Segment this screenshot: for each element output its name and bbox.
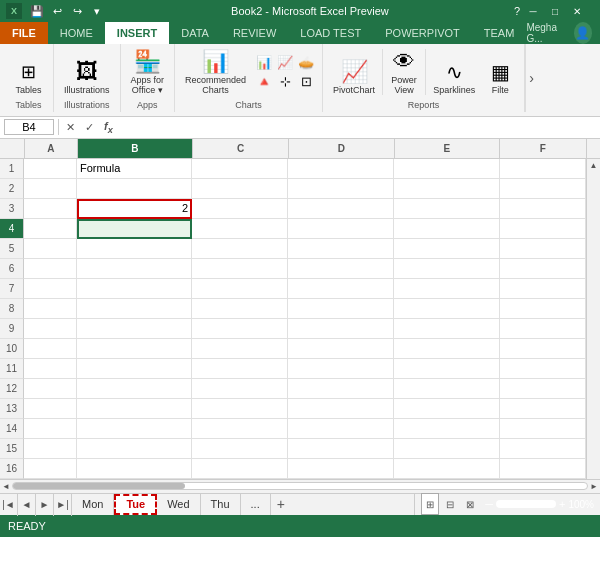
tab-home[interactable]: HOME [48, 22, 105, 44]
cell-b12[interactable] [77, 379, 192, 399]
cell-f4[interactable] [500, 219, 586, 239]
cell-a9[interactable] [24, 319, 77, 339]
cell-d5[interactable] [288, 239, 394, 259]
tab-powerpivot[interactable]: POWERPIVOT [373, 22, 472, 44]
cell-d3[interactable] [288, 199, 394, 219]
zoom-minus-btn[interactable]: ─ [485, 498, 493, 510]
cell-f12[interactable] [500, 379, 586, 399]
cell-f2[interactable] [500, 179, 586, 199]
cell-c2[interactable] [192, 179, 288, 199]
cell-e4[interactable] [394, 219, 500, 239]
cell-b5[interactable] [77, 239, 192, 259]
cell-e6[interactable] [394, 259, 500, 279]
power-view-button[interactable]: 👁 Power View [386, 46, 422, 98]
scroll-left-btn[interactable]: ◄ [2, 482, 10, 491]
cell-d7[interactable] [288, 279, 394, 299]
cell-a15[interactable] [24, 439, 77, 459]
cell-b13[interactable] [77, 399, 192, 419]
cell-f9[interactable] [500, 319, 586, 339]
bar-chart-icon[interactable]: 📊 [254, 53, 274, 71]
cell-e14[interactable] [394, 419, 500, 439]
zoom-plus-btn[interactable]: + [559, 498, 565, 510]
sheet-tab-tue[interactable]: Tue [114, 494, 157, 515]
maximize-button[interactable]: □ [546, 2, 564, 20]
cell-f14[interactable] [500, 419, 586, 439]
formula-input[interactable] [120, 120, 596, 134]
cell-b15[interactable] [77, 439, 192, 459]
horizontal-scrollbar[interactable]: ◄ ► [0, 479, 600, 493]
cell-a6[interactable] [24, 259, 77, 279]
area-chart-icon[interactable]: 🔺 [254, 72, 274, 90]
more-qat-button[interactable]: ▾ [88, 2, 106, 20]
scroll-up-btn[interactable]: ▲ [590, 161, 598, 170]
cell-d12[interactable] [288, 379, 394, 399]
cell-c10[interactable] [192, 339, 288, 359]
cell-e10[interactable] [394, 339, 500, 359]
cell-f16[interactable] [500, 459, 586, 479]
cell-e9[interactable] [394, 319, 500, 339]
save-button[interactable]: 💾 [28, 2, 46, 20]
cell-b7[interactable] [77, 279, 192, 299]
add-sheet-button[interactable]: + [271, 494, 291, 515]
col-header-c[interactable]: C [193, 139, 289, 159]
cell-a14[interactable] [24, 419, 77, 439]
cell-c16[interactable] [192, 459, 288, 479]
cell-a2[interactable] [24, 179, 77, 199]
tables-button[interactable]: ⊞ Tables [11, 56, 47, 98]
cell-a12[interactable] [24, 379, 77, 399]
cell-c15[interactable] [192, 439, 288, 459]
sparklines-button[interactable]: ∿ Sparklines [429, 56, 479, 98]
other-chart-icon[interactable]: ⊡ [296, 72, 316, 90]
sheet-tab-mon[interactable]: Mon [72, 494, 114, 515]
col-header-d[interactable]: D [289, 139, 395, 159]
user-avatar[interactable]: 👤 [574, 22, 592, 44]
cell-e13[interactable] [394, 399, 500, 419]
tab-file[interactable]: FILE [0, 22, 48, 44]
cell-f5[interactable] [500, 239, 586, 259]
cell-f7[interactable] [500, 279, 586, 299]
cell-c5[interactable] [192, 239, 288, 259]
tab-data[interactable]: DATA [169, 22, 221, 44]
cell-b11[interactable] [77, 359, 192, 379]
ribbon-scroll-right[interactable]: › [525, 44, 537, 112]
pie-chart-icon[interactable]: 🥧 [296, 53, 316, 71]
sheet-nav-first[interactable]: |◄ [0, 494, 18, 516]
illustrations-button[interactable]: 🖼 Illustrations [60, 56, 114, 98]
tab-review[interactable]: REVIEW [221, 22, 288, 44]
cell-a7[interactable] [24, 279, 77, 299]
cell-a3[interactable] [24, 199, 77, 219]
cell-e2[interactable] [394, 179, 500, 199]
cell-c6[interactable] [192, 259, 288, 279]
sheet-tab-wed[interactable]: Wed [157, 494, 200, 515]
cell-d4[interactable] [288, 219, 394, 239]
cell-c14[interactable] [192, 419, 288, 439]
cell-a16[interactable] [24, 459, 77, 479]
cell-c13[interactable] [192, 399, 288, 419]
cell-c7[interactable] [192, 279, 288, 299]
pivot-chart-button[interactable]: 📈 PivotChart [329, 56, 379, 98]
cell-f13[interactable] [500, 399, 586, 419]
cell-a11[interactable] [24, 359, 77, 379]
cell-c4[interactable] [192, 219, 288, 239]
cell-e16[interactable] [394, 459, 500, 479]
cell-b16[interactable] [77, 459, 192, 479]
cell-c1[interactable] [192, 159, 288, 179]
cell-b4[interactable] [77, 219, 192, 239]
cell-a5[interactable] [24, 239, 77, 259]
sheet-tab-more[interactable]: ... [241, 494, 271, 515]
cell-b10[interactable] [77, 339, 192, 359]
cell-d6[interactable] [288, 259, 394, 279]
cell-e12[interactable] [394, 379, 500, 399]
cell-a8[interactable] [24, 299, 77, 319]
cell-a10[interactable] [24, 339, 77, 359]
cell-d14[interactable] [288, 419, 394, 439]
cell-c11[interactable] [192, 359, 288, 379]
close-button[interactable]: ✕ [568, 2, 586, 20]
cell-f6[interactable] [500, 259, 586, 279]
cell-c12[interactable] [192, 379, 288, 399]
tab-load-test[interactable]: LOAD TEST [288, 22, 373, 44]
cell-reference-box[interactable] [4, 119, 54, 135]
cell-f8[interactable] [500, 299, 586, 319]
apps-for-office-button[interactable]: 🏪 Apps for Office ▾ [127, 46, 169, 98]
cell-f3[interactable] [500, 199, 586, 219]
